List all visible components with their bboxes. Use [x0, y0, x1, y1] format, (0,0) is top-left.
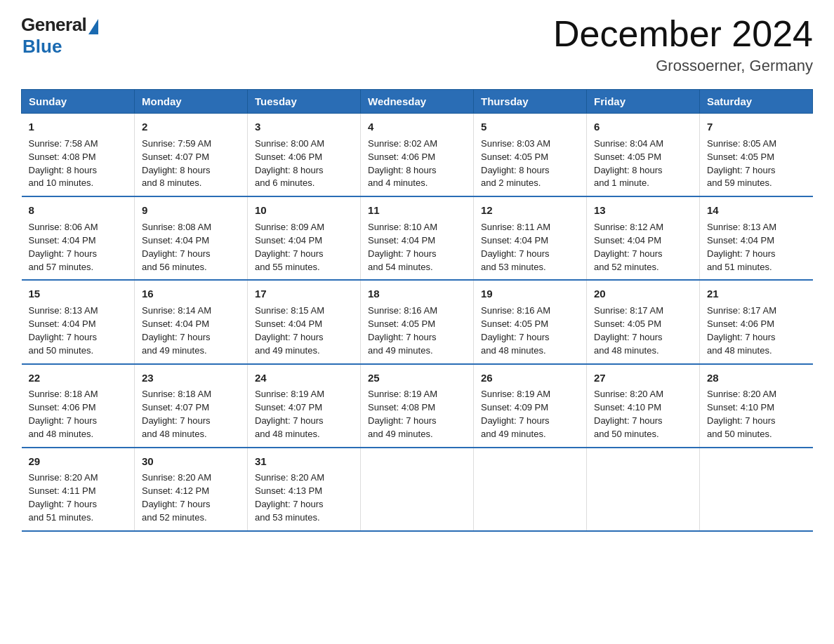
week-row-4: 22Sunrise: 8:18 AM Sunset: 4:06 PM Dayli…	[22, 364, 813, 448]
day-info: Sunrise: 8:11 AM Sunset: 4:04 PM Dayligh…	[481, 222, 550, 272]
week-row-1: 1Sunrise: 7:58 AM Sunset: 4:08 PM Daylig…	[22, 114, 813, 197]
weekday-header-saturday: Saturday	[700, 90, 813, 114]
calendar-cell: 23Sunrise: 8:18 AM Sunset: 4:07 PM Dayli…	[135, 364, 248, 448]
calendar-cell: 13Sunrise: 8:12 AM Sunset: 4:04 PM Dayli…	[587, 196, 700, 280]
day-info: Sunrise: 7:59 AM Sunset: 4:07 PM Dayligh…	[142, 138, 211, 189]
calendar-cell: 8Sunrise: 8:06 AM Sunset: 4:04 PM Daylig…	[22, 196, 135, 280]
day-number: 24	[255, 370, 353, 386]
calendar-cell: 25Sunrise: 8:19 AM Sunset: 4:08 PM Dayli…	[361, 364, 474, 448]
logo: General Blue	[21, 14, 98, 58]
day-info: Sunrise: 8:17 AM Sunset: 4:05 PM Dayligh…	[594, 305, 663, 356]
day-info: Sunrise: 8:18 AM Sunset: 4:07 PM Dayligh…	[142, 389, 211, 439]
calendar-cell: 30Sunrise: 8:20 AM Sunset: 4:12 PM Dayli…	[135, 448, 248, 531]
day-number: 31	[255, 454, 353, 469]
calendar-cell: 6Sunrise: 8:04 AM Sunset: 4:05 PM Daylig…	[587, 114, 700, 197]
calendar-cell: 18Sunrise: 8:16 AM Sunset: 4:05 PM Dayli…	[361, 280, 474, 363]
day-info: Sunrise: 8:16 AM Sunset: 4:05 PM Dayligh…	[481, 305, 550, 356]
day-number: 30	[142, 454, 240, 469]
day-number: 14	[707, 203, 806, 218]
day-info: Sunrise: 8:15 AM Sunset: 4:04 PM Dayligh…	[255, 305, 324, 356]
calendar-cell: 7Sunrise: 8:05 AM Sunset: 4:05 PM Daylig…	[700, 114, 813, 197]
day-number: 29	[29, 454, 128, 469]
day-number: 21	[707, 286, 806, 302]
title-block: December 2024 Grossoerner, Germany	[553, 14, 813, 75]
calendar-cell: 24Sunrise: 8:19 AM Sunset: 4:07 PM Dayli…	[248, 364, 361, 448]
calendar-cell: 1Sunrise: 7:58 AM Sunset: 4:08 PM Daylig…	[22, 114, 135, 197]
day-info: Sunrise: 8:18 AM Sunset: 4:06 PM Dayligh…	[29, 389, 98, 439]
header-row: SundayMondayTuesdayWednesdayThursdayFrid…	[22, 90, 813, 114]
calendar-cell: 9Sunrise: 8:08 AM Sunset: 4:04 PM Daylig…	[135, 196, 248, 280]
day-number: 10	[255, 203, 353, 218]
weekday-header-tuesday: Tuesday	[248, 90, 361, 114]
calendar-cell: 10Sunrise: 8:09 AM Sunset: 4:04 PM Dayli…	[248, 196, 361, 280]
calendar-cell: 29Sunrise: 8:20 AM Sunset: 4:11 PM Dayli…	[22, 448, 135, 531]
day-info: Sunrise: 8:10 AM Sunset: 4:04 PM Dayligh…	[368, 222, 437, 272]
page-header: General Blue December 2024 Grossoerner, …	[21, 14, 813, 75]
day-number: 9	[142, 203, 240, 218]
calendar-cell: 3Sunrise: 8:00 AM Sunset: 4:06 PM Daylig…	[248, 114, 361, 197]
day-number: 25	[368, 370, 466, 386]
day-number: 18	[368, 286, 466, 302]
calendar-cell: 31Sunrise: 8:20 AM Sunset: 4:13 PM Dayli…	[248, 448, 361, 531]
calendar-cell: 4Sunrise: 8:02 AM Sunset: 4:06 PM Daylig…	[361, 114, 474, 197]
day-info: Sunrise: 8:09 AM Sunset: 4:04 PM Dayligh…	[255, 222, 324, 272]
day-info: Sunrise: 8:17 AM Sunset: 4:06 PM Dayligh…	[707, 305, 776, 356]
weekday-header-wednesday: Wednesday	[361, 90, 474, 114]
calendar-cell: 17Sunrise: 8:15 AM Sunset: 4:04 PM Dayli…	[248, 280, 361, 363]
day-number: 12	[481, 203, 579, 218]
week-row-3: 15Sunrise: 8:13 AM Sunset: 4:04 PM Dayli…	[22, 280, 813, 363]
weekday-header-sunday: Sunday	[22, 90, 135, 114]
calendar-cell	[361, 448, 474, 531]
day-number: 22	[29, 370, 128, 386]
calendar-cell	[587, 448, 700, 531]
calendar-cell	[474, 448, 587, 531]
day-number: 23	[142, 370, 240, 386]
logo-general-text: General	[21, 14, 86, 36]
day-info: Sunrise: 8:19 AM Sunset: 4:08 PM Dayligh…	[368, 389, 437, 439]
calendar-cell: 14Sunrise: 8:13 AM Sunset: 4:04 PM Dayli…	[700, 196, 813, 280]
day-number: 28	[707, 370, 806, 386]
day-info: Sunrise: 8:20 AM Sunset: 4:11 PM Dayligh…	[29, 472, 98, 523]
calendar-cell: 27Sunrise: 8:20 AM Sunset: 4:10 PM Dayli…	[587, 364, 700, 448]
day-info: Sunrise: 8:13 AM Sunset: 4:04 PM Dayligh…	[707, 222, 776, 272]
week-row-5: 29Sunrise: 8:20 AM Sunset: 4:11 PM Dayli…	[22, 448, 813, 531]
day-info: Sunrise: 8:20 AM Sunset: 4:10 PM Dayligh…	[594, 389, 663, 439]
main-title: December 2024	[553, 14, 813, 54]
calendar-body: 1Sunrise: 7:58 AM Sunset: 4:08 PM Daylig…	[22, 114, 813, 531]
day-number: 4	[368, 119, 466, 135]
day-number: 3	[255, 119, 353, 135]
weekday-header-thursday: Thursday	[474, 90, 587, 114]
day-info: Sunrise: 8:20 AM Sunset: 4:10 PM Dayligh…	[707, 389, 776, 439]
day-number: 5	[481, 119, 579, 135]
calendar-cell: 16Sunrise: 8:14 AM Sunset: 4:04 PM Dayli…	[135, 280, 248, 363]
day-number: 27	[594, 370, 692, 386]
day-info: Sunrise: 7:58 AM Sunset: 4:08 PM Dayligh…	[29, 138, 98, 189]
logo-blue-text: Blue	[22, 36, 62, 58]
calendar-cell: 20Sunrise: 8:17 AM Sunset: 4:05 PM Dayli…	[587, 280, 700, 363]
day-number: 2	[142, 119, 240, 135]
day-info: Sunrise: 8:13 AM Sunset: 4:04 PM Dayligh…	[29, 305, 98, 356]
day-info: Sunrise: 8:16 AM Sunset: 4:05 PM Dayligh…	[368, 305, 437, 356]
day-number: 26	[481, 370, 579, 386]
calendar-header: SundayMondayTuesdayWednesdayThursdayFrid…	[22, 90, 813, 114]
day-info: Sunrise: 8:06 AM Sunset: 4:04 PM Dayligh…	[29, 222, 98, 272]
calendar-cell: 28Sunrise: 8:20 AM Sunset: 4:10 PM Dayli…	[700, 364, 813, 448]
day-number: 1	[29, 119, 128, 135]
day-number: 17	[255, 286, 353, 302]
subtitle: Grossoerner, Germany	[553, 57, 813, 75]
day-number: 6	[594, 119, 692, 135]
day-info: Sunrise: 8:20 AM Sunset: 4:12 PM Dayligh…	[142, 472, 211, 523]
week-row-2: 8Sunrise: 8:06 AM Sunset: 4:04 PM Daylig…	[22, 196, 813, 280]
calendar-cell: 12Sunrise: 8:11 AM Sunset: 4:04 PM Dayli…	[474, 196, 587, 280]
day-info: Sunrise: 8:00 AM Sunset: 4:06 PM Dayligh…	[255, 138, 324, 189]
calendar-cell: 21Sunrise: 8:17 AM Sunset: 4:06 PM Dayli…	[700, 280, 813, 363]
day-number: 15	[29, 286, 128, 302]
day-info: Sunrise: 8:14 AM Sunset: 4:04 PM Dayligh…	[142, 305, 211, 356]
day-number: 8	[29, 203, 128, 218]
day-info: Sunrise: 8:19 AM Sunset: 4:09 PM Dayligh…	[481, 389, 550, 439]
day-info: Sunrise: 8:02 AM Sunset: 4:06 PM Dayligh…	[368, 138, 437, 189]
day-info: Sunrise: 8:12 AM Sunset: 4:04 PM Dayligh…	[594, 222, 663, 272]
day-number: 16	[142, 286, 240, 302]
calendar-cell: 22Sunrise: 8:18 AM Sunset: 4:06 PM Dayli…	[22, 364, 135, 448]
calendar-cell	[700, 448, 813, 531]
